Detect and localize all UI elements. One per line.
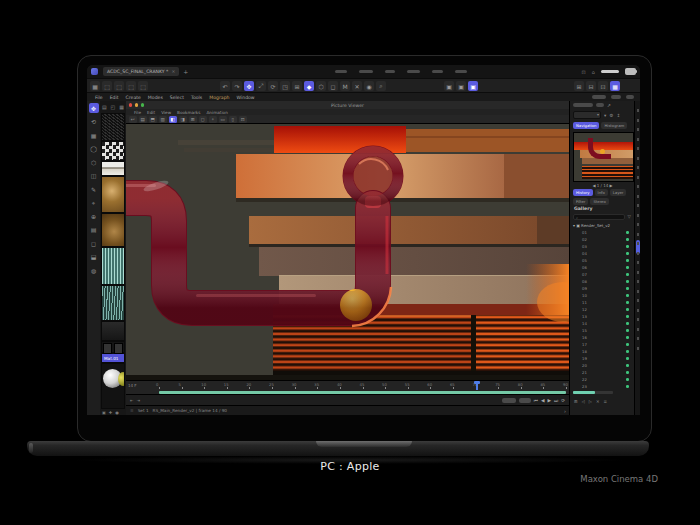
palette-icon[interactable]: ⬓: [89, 252, 99, 262]
list-item[interactable]: 18: [570, 348, 635, 355]
list-item[interactable]: 20: [570, 362, 635, 369]
menu-tools[interactable]: Tools: [191, 95, 202, 100]
transport-⏮[interactable]: ⏮: [534, 398, 538, 403]
control-center-icon[interactable]: ⌂: [592, 69, 595, 75]
list-item[interactable]: 06: [570, 264, 635, 271]
pv-tool-icon[interactable]: ⊞: [189, 116, 197, 123]
list-item[interactable]: 04: [570, 250, 635, 257]
layout-tab[interactable]: [455, 70, 467, 74]
document-tab[interactable]: ACDC_SC_FINAL_CRANKY * ×: [103, 67, 179, 76]
list-item[interactable]: 07: [570, 271, 635, 278]
pv-menu-view[interactable]: View: [161, 110, 171, 115]
pv-menu-edit[interactable]: Edit: [147, 110, 155, 115]
frame-value-blur[interactable]: [519, 398, 531, 403]
tool-icon[interactable]: ⌕: [376, 81, 386, 91]
status-expand-arrow[interactable]: ›: [564, 408, 566, 414]
checker-texture[interactable]: [101, 141, 125, 161]
tool-icon[interactable]: ⟳: [268, 81, 278, 91]
panel-icon[interactable]: ⚙: [609, 113, 613, 118]
right-scroll-strip[interactable]: [634, 101, 640, 415]
tool-icon[interactable]: ▣: [468, 81, 478, 91]
layout-tab[interactable]: [359, 70, 373, 74]
mini-thumbnails[interactable]: [101, 341, 125, 353]
tool-icon[interactable]: ⬚: [102, 81, 112, 91]
tool-icon[interactable]: ⬚: [138, 81, 148, 91]
list-item[interactable]: 12: [570, 306, 635, 313]
timeline-ruler[interactable]: 051015202530354045505560657075808590: [159, 381, 566, 390]
list-item[interactable]: 10: [570, 292, 635, 299]
transport-▶[interactable]: ▶: [547, 398, 551, 403]
menu-mograph[interactable]: Mograph: [209, 95, 229, 100]
layout-tab[interactable]: [407, 70, 420, 74]
tool-icon[interactable]: ⤢: [256, 81, 266, 91]
layout-tab[interactable]: [385, 70, 395, 74]
tool-icon[interactable]: M: [340, 81, 350, 91]
tool-icon[interactable]: ⬚: [126, 81, 136, 91]
teal-texture[interactable]: [101, 247, 125, 285]
palette-icon[interactable]: ▦: [89, 130, 99, 140]
marble-texture[interactable]: [101, 161, 125, 176]
panel-bottom-icon[interactable]: ✕: [596, 399, 600, 404]
tool-icon[interactable]: ◉: [364, 81, 374, 91]
panel-bottom-icon[interactable]: ▷: [589, 399, 592, 404]
tool-icon[interactable]: ⊡: [598, 81, 608, 91]
list-item[interactable]: 11: [570, 299, 635, 306]
menu-file[interactable]: File: [95, 95, 103, 100]
menu-window[interactable]: Window: [237, 95, 255, 100]
list-item[interactable]: 19: [570, 355, 635, 362]
palette-icon[interactable]: ◍: [89, 265, 99, 275]
tool-icon[interactable]: ▦: [90, 81, 100, 91]
list-item[interactable]: 02: [570, 236, 635, 243]
tab-stereo[interactable]: Stereo: [590, 198, 608, 205]
list-item[interactable]: 22: [570, 376, 635, 383]
pv-tool-icon[interactable]: ▭: [219, 116, 227, 123]
tool-icon[interactable]: ◆: [304, 81, 314, 91]
bronze-dark-texture[interactable]: [101, 213, 125, 247]
tab-navigation[interactable]: Navigation: [573, 122, 599, 129]
palette-icon[interactable]: ⊕: [89, 211, 99, 221]
palette-icon[interactable]: ⟲: [89, 117, 99, 127]
preview-pager[interactable]: ◀ 1 / 14 ▶: [570, 181, 635, 189]
tool-icon[interactable]: ◻: [328, 81, 338, 91]
pv-tool-icon[interactable]: ↩: [129, 116, 137, 123]
material-header-icon[interactable]: ▤: [102, 104, 107, 110]
tab-history[interactable]: History: [573, 189, 593, 196]
menu-select[interactable]: Select: [170, 95, 184, 100]
tool-icon[interactable]: ▦: [610, 81, 620, 91]
pv-tool-icon[interactable]: ◻: [199, 116, 207, 123]
tool-icon[interactable]: ⊞: [574, 81, 584, 91]
pv-tool-icon[interactable]: ⌖: [209, 116, 217, 123]
material-footer-icon[interactable]: ✚: [109, 410, 112, 415]
transport-⟳[interactable]: ⟳: [561, 398, 565, 403]
list-item[interactable]: 16: [570, 334, 635, 341]
renderer-dropdown[interactable]: [573, 111, 601, 119]
timeline-playhead[interactable]: [476, 381, 478, 390]
tool-icon[interactable]: ✥: [244, 81, 254, 91]
tool-icon[interactable]: ⊟: [586, 81, 596, 91]
list-item[interactable]: 03: [570, 243, 635, 250]
list-item[interactable]: 17: [570, 341, 635, 348]
search-input[interactable]: ⌕: [573, 214, 625, 220]
list-item[interactable]: 13: [570, 313, 635, 320]
palette-icon[interactable]: ✥: [89, 103, 99, 113]
tool-icon[interactable]: ↷: [232, 81, 242, 91]
pv-menu-animation[interactable]: Animation: [206, 110, 227, 115]
pv-menu-file[interactable]: File: [134, 110, 141, 115]
pv-tool-icon[interactable]: ▯: [229, 116, 237, 123]
list-item[interactable]: 08: [570, 278, 635, 285]
material-header-icon[interactable]: ▦: [119, 104, 124, 110]
menu-modes[interactable]: Modes: [148, 95, 163, 100]
list-item[interactable]: 09: [570, 285, 635, 292]
list-item[interactable]: 01: [570, 229, 635, 236]
tool-icon[interactable]: ↶: [220, 81, 230, 91]
material-preview-sphere[interactable]: [101, 363, 125, 409]
material-footer-icon[interactable]: ▣: [102, 410, 106, 415]
list-item[interactable]: 21: [570, 369, 635, 376]
palette-icon[interactable]: ◯: [89, 144, 99, 154]
render-preview-thumbnail[interactable]: [573, 132, 634, 182]
tool-icon[interactable]: ▣: [444, 81, 454, 91]
layout-tab[interactable]: [432, 70, 443, 74]
panel-icon[interactable]: ▾: [604, 113, 606, 118]
pv-tool-icon[interactable]: ◨: [179, 116, 187, 123]
zoom-value-blur[interactable]: [502, 398, 516, 403]
